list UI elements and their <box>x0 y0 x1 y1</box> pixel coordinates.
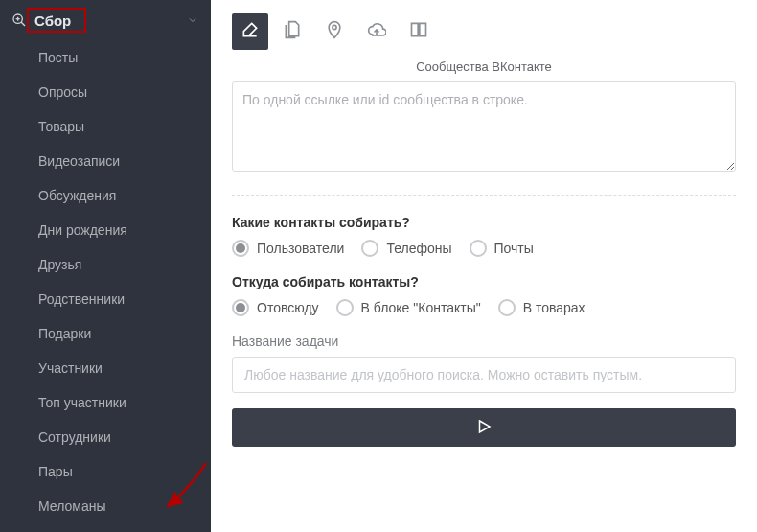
sidebar-item[interactable]: Опросы <box>0 75 211 109</box>
radio-dot-icon <box>470 240 487 257</box>
section-label: Сообщества ВКонтакте <box>232 59 736 74</box>
radio-label: В товарах <box>523 300 585 315</box>
sidebar-item-contacts[interactable]: Контакты сообществ <box>0 523 211 532</box>
tab-bar <box>232 13 736 50</box>
location-icon <box>325 20 344 43</box>
sidebar-item[interactable]: Пары <box>0 454 211 489</box>
sidebar-header[interactable]: Сбор <box>0 0 211 40</box>
radio-users[interactable]: Пользователи <box>232 240 344 257</box>
radio-everywhere[interactable]: Отовсюду <box>232 299 319 316</box>
cloud-upload-icon <box>367 20 386 43</box>
radio-dot-icon <box>336 299 354 316</box>
svg-line-1 <box>21 22 25 26</box>
chevron-down-icon <box>184 12 201 29</box>
book-icon <box>409 20 428 43</box>
sidebar-item[interactable]: Сотрудники <box>0 420 211 454</box>
radio-label: Пользователи <box>257 241 344 256</box>
sidebar-item[interactable]: Друзья <box>0 247 211 282</box>
radio-emails[interactable]: Почты <box>470 240 534 257</box>
radio-label: Телефоны <box>386 241 451 256</box>
task-name-label: Название задачи <box>232 334 736 349</box>
tab-edit[interactable] <box>232 13 268 50</box>
sidebar-item[interactable]: Участники <box>0 351 211 385</box>
radio-label: Отовсюду <box>257 300 319 315</box>
radio-group-contacts-source: Отовсюду В блоке "Контакты" В товарах <box>232 299 736 316</box>
svg-point-4 <box>333 25 336 29</box>
sidebar-item[interactable]: Обсуждения <box>0 178 211 213</box>
radio-dot-icon <box>232 299 249 316</box>
radio-dot-icon <box>361 240 378 257</box>
radio-dot-icon <box>232 240 249 257</box>
sidebar-item[interactable]: Посты <box>0 40 211 75</box>
sidebar-item[interactable]: Меломаны <box>0 489 211 523</box>
radio-dot-icon <box>498 299 516 316</box>
sidebar-item[interactable]: Подарки <box>0 316 211 351</box>
sidebar-item[interactable]: Товары <box>0 109 211 144</box>
radio-label: Почты <box>494 241 534 256</box>
divider <box>232 195 736 196</box>
sidebar-item[interactable]: Топ участники <box>0 385 211 420</box>
question-contacts-source: Откуда собирать контакты? <box>232 274 736 289</box>
sidebar-title: Сбор <box>34 12 71 29</box>
communities-textarea[interactable] <box>232 81 736 172</box>
zoom-icon <box>10 11 29 30</box>
files-icon <box>283 20 302 43</box>
radio-group-contacts-type: Пользователи Телефоны Почты <box>232 240 736 257</box>
sidebar: Сбор Посты Опросы Товары Видеозаписи Обс… <box>0 0 211 532</box>
tab-book[interactable] <box>401 13 437 50</box>
sidebar-item[interactable]: Дни рождения <box>0 213 211 247</box>
radio-label: В блоке "Контакты" <box>361 300 481 315</box>
sidebar-item[interactable]: Видеозаписи <box>0 144 211 178</box>
svg-marker-5 <box>480 421 491 432</box>
main-panel: Сообщества ВКонтакте Какие контакты соби… <box>211 0 757 532</box>
run-button[interactable] <box>232 408 736 447</box>
tab-location[interactable] <box>316 13 353 50</box>
question-contacts-type: Какие контакты собирать? <box>232 215 736 230</box>
task-name-input[interactable] <box>232 357 736 393</box>
radio-goods[interactable]: В товарах <box>498 299 585 316</box>
play-icon <box>475 418 493 438</box>
tab-cloud[interactable] <box>358 13 395 50</box>
tab-files[interactable] <box>274 13 310 50</box>
radio-phones[interactable]: Телефоны <box>361 240 451 257</box>
sidebar-list: Посты Опросы Товары Видеозаписи Обсужден… <box>0 40 211 532</box>
radio-contacts-block[interactable]: В блоке "Контакты" <box>336 299 481 316</box>
sidebar-item[interactable]: Родственники <box>0 282 211 316</box>
edit-icon <box>241 20 260 43</box>
